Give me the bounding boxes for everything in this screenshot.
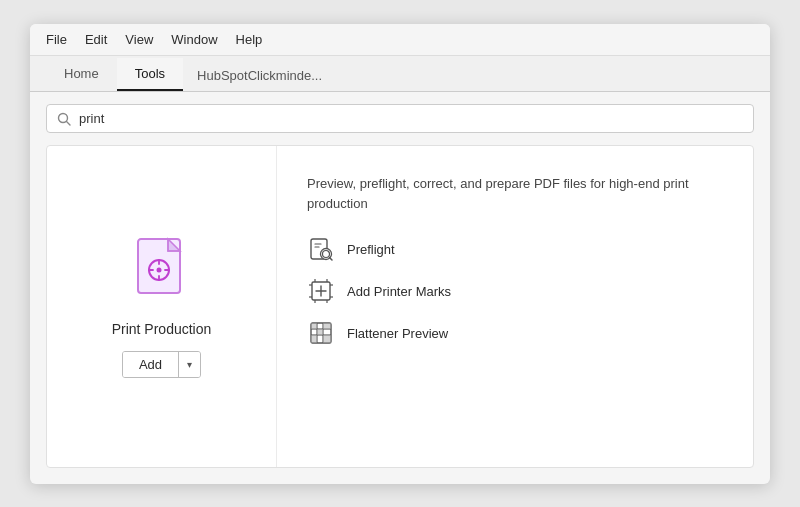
menu-help[interactable]: Help <box>236 32 263 47</box>
search-icon <box>57 112 71 126</box>
menu-file[interactable]: File <box>46 32 67 47</box>
preflight-label: Preflight <box>347 242 395 257</box>
menu-edit[interactable]: Edit <box>85 32 107 47</box>
search-input[interactable] <box>79 111 743 126</box>
print-production-icon <box>130 235 194 307</box>
tab-tools[interactable]: Tools <box>117 58 183 91</box>
menu-window[interactable]: Window <box>171 32 217 47</box>
add-button-group: Add ▾ <box>122 351 201 378</box>
tab-bar: Home Tools HubSpotClickminde... <box>30 56 770 92</box>
menu-bar: File Edit View Window Help <box>30 24 770 56</box>
tool-description: Preview, preflight, correct, and prepare… <box>307 174 723 213</box>
svg-rect-33 <box>317 329 323 335</box>
content-area: Print Production Add ▾ Preview, prefligh… <box>46 145 754 468</box>
dropdown-arrow-icon: ▾ <box>187 359 192 370</box>
sub-tool-list: Preflight <box>307 235 723 347</box>
printer-marks-icon <box>307 277 335 305</box>
menu-view[interactable]: View <box>125 32 153 47</box>
sub-tool-preflight[interactable]: Preflight <box>307 235 723 263</box>
sub-tool-flattener[interactable]: Flattener Preview <box>307 319 723 347</box>
right-panel: Preview, preflight, correct, and prepare… <box>277 146 753 467</box>
svg-point-8 <box>156 268 161 273</box>
sub-tool-printer-marks[interactable]: Add Printer Marks <box>307 277 723 305</box>
svg-rect-32 <box>323 323 331 329</box>
preflight-icon <box>307 235 335 263</box>
flattener-label: Flattener Preview <box>347 326 448 341</box>
add-button[interactable]: Add <box>123 352 179 377</box>
search-bar <box>46 104 754 133</box>
svg-line-1 <box>67 121 71 125</box>
svg-rect-31 <box>311 323 317 329</box>
printer-marks-label: Add Printer Marks <box>347 284 451 299</box>
tab-hubspot[interactable]: HubSpotClickminde... <box>183 60 336 91</box>
tool-icon-wrap <box>130 235 194 307</box>
svg-rect-34 <box>311 335 317 343</box>
svg-rect-35 <box>323 335 331 343</box>
tab-home[interactable]: Home <box>46 58 117 91</box>
left-panel: Print Production Add ▾ <box>47 146 277 467</box>
tool-title: Print Production <box>112 321 212 337</box>
svg-line-12 <box>330 258 333 261</box>
flattener-icon <box>307 319 335 347</box>
app-window: File Edit View Window Help Home Tools Hu… <box>30 24 770 484</box>
add-dropdown-button[interactable]: ▾ <box>179 352 200 377</box>
